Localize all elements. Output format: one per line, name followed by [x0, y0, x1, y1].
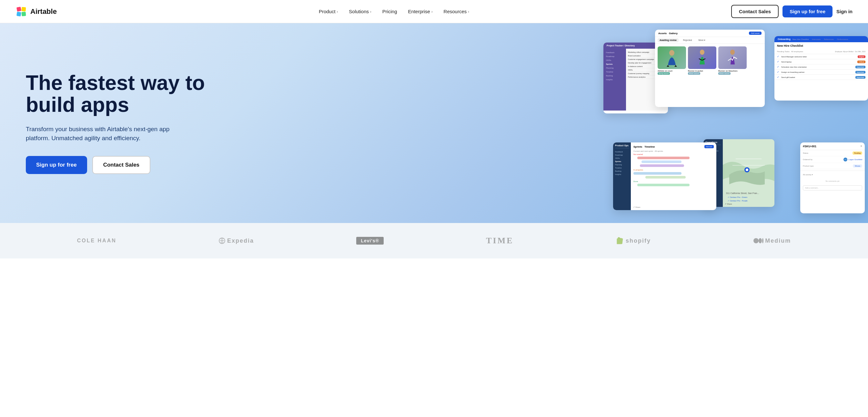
sprints-title: Sprints Timeline	[633, 145, 655, 148]
logos-section: COLE HAAN Expedia Levi's® TIME shopify M…	[0, 223, 868, 258]
check-icon: ✓	[777, 55, 779, 58]
nav-okrs: OKRs	[605, 58, 624, 62]
task-text: Assign on-boarding partner	[781, 71, 804, 73]
tab-rejected[interactable]: Rejected	[681, 38, 694, 42]
onboard-subtitle-label: Pending Tasks All employees	[777, 50, 803, 53]
nav-feedback: Feedback	[605, 50, 624, 55]
nav-enterprise[interactable]: Enterprise ›	[404, 6, 437, 17]
assets-grid: Athlete on court Spring season Runner in…	[655, 44, 765, 77]
logo-cole-haan: COLE HAAN	[77, 238, 117, 244]
medium-label: Medium	[765, 238, 791, 244]
sku-comment-input[interactable]: Add a comment...	[803, 185, 862, 190]
hero-buttons: Sign up for free Contact Sales	[26, 156, 207, 174]
asset-item: Runner in jacket Winter season	[688, 46, 716, 75]
share-label: ↗ Share	[633, 206, 641, 208]
gantt-bar	[637, 157, 689, 159]
task-badge: Critical	[857, 61, 865, 63]
sku-ordered-value: LG Logan Granfield	[843, 158, 862, 162]
map-area: 311 California Street, San Fran... ✓ Cen…	[723, 139, 774, 207]
asset-tag: Winter season	[688, 72, 700, 75]
contact-sales-button[interactable]: Contact Sales	[731, 5, 779, 18]
logo-shopify: shopify	[616, 237, 651, 245]
signin-button[interactable]: Sign in	[836, 9, 852, 14]
nav-backlog: Backlog	[605, 74, 624, 78]
assets-tabs: Awaiting review Rejected More ▾	[655, 37, 765, 44]
sprints-header: Sprints Timeline Add task	[633, 145, 714, 148]
sku-activity-label: All activity ▾	[803, 173, 862, 176]
map-svg: 311 California Street, San Fran... ✓ Cen…	[723, 139, 774, 207]
onboard-tab3: References	[824, 38, 834, 40]
onboard-task-row: ✓ Assign on-boarding partner Important	[774, 70, 868, 75]
onboard-task-row: ✓ Send laptop Critical	[774, 59, 868, 64]
assets-title: Assets Gallery	[658, 32, 678, 35]
assets-card-header: Assets Gallery Add asset	[655, 30, 765, 37]
sku-no-comments: No comments yet	[803, 177, 862, 185]
medium-icon	[753, 238, 764, 244]
svg-point-5	[700, 49, 704, 55]
close-icon[interactable]: ×	[860, 144, 862, 148]
tab-awaiting[interactable]: Awaiting review	[658, 38, 679, 42]
sku-card-header: #SKU-001 ×	[800, 142, 865, 150]
sprints-nav-okrs: OKRs	[615, 157, 629, 160]
nav-roadmap: Roadmap	[605, 55, 624, 58]
svg-rect-11	[733, 165, 765, 166]
brand-name: Airtable	[30, 7, 57, 16]
athlete-image	[665, 49, 678, 67]
asset-item: Runner on bleachers Winter season	[718, 46, 747, 75]
sku-comment-placeholder: Add a comment...	[805, 187, 819, 189]
asset-label: Athlete on court	[658, 70, 686, 72]
add-asset-button[interactable]: Add asset	[749, 32, 762, 35]
sprints-brand: Product Ops	[615, 144, 629, 148]
chevron-icon: ›	[468, 10, 469, 13]
nav-insights: Insights	[605, 78, 624, 81]
svg-point-20	[762, 238, 764, 243]
nav-resources[interactable]: Resources ›	[439, 6, 474, 17]
navbar: Airtable Product › Solutions › Pricing E…	[0, 0, 868, 23]
onboard-task-row: ✓ Send Manager welcome letter Urgent	[774, 54, 868, 59]
sku-status-row: Status Pending	[800, 150, 865, 156]
asset-tag: Winter season	[718, 72, 731, 75]
gantt-bar	[637, 184, 689, 186]
svg-point-18	[753, 238, 758, 243]
sprint-status-3: Done	[633, 180, 714, 182]
onboarding-card: Onboarding New Hire Checklist Interviews…	[774, 36, 868, 101]
task-badge: Important	[856, 66, 865, 68]
svg-rect-2	[17, 11, 21, 16]
svg-rect-0	[17, 6, 21, 11]
nav-product[interactable]: Product ›	[314, 6, 342, 17]
task-badge: Important	[856, 76, 865, 79]
stores-share-label: ↗ Share	[725, 203, 732, 205]
hero-signup-button[interactable]: Sign up for free	[26, 156, 87, 174]
svg-text:✓ Centaur Pro - Green: ✓ Centaur Pro - Green	[727, 196, 747, 198]
logo-link[interactable]: Airtable	[16, 6, 57, 18]
sprints-nav-feedback: Feedback	[615, 150, 629, 153]
chevron-icon: ›	[337, 10, 338, 13]
hero-screenshots: Project Tracker / Directory Feedback Roa…	[603, 30, 868, 216]
add-task-button[interactable]: Add task	[704, 145, 714, 148]
svg-text:✓ Centaur Pro - Purple: ✓ Centaur Pro - Purple	[727, 200, 748, 202]
nav-timeline: Timeline	[605, 70, 624, 74]
onboard-task-row: ✓ Schedule new-hire orientation Importan…	[774, 64, 868, 70]
nav-solutions[interactable]: Solutions ›	[344, 6, 376, 17]
sprint-status-1: Not started	[633, 153, 714, 155]
tab-more[interactable]: More ▾	[696, 38, 707, 42]
task-text: Send gift basket	[781, 76, 795, 78]
sprints-nav-sprints: Sprints	[615, 160, 629, 163]
task-text: Send Manager welcome letter	[781, 56, 807, 58]
sku-status-value: Pending	[852, 151, 862, 155]
logo-time: TIME	[486, 236, 514, 246]
runner2-image	[726, 49, 739, 67]
sku-producttype-label: Product type	[803, 165, 814, 167]
hero-contact-button[interactable]: Contact Sales	[92, 156, 150, 174]
signup-button[interactable]: Sign up for free	[782, 5, 833, 18]
svg-point-13	[746, 169, 748, 171]
nav-links: Product › Solutions › Pricing Enterprise…	[314, 6, 474, 17]
sprints-card: Product Ops Feedback Roadmap OKRs Sprint…	[613, 142, 716, 210]
sku-ordered-row: Ordered by LG Logan Granfield	[800, 156, 865, 163]
nav-pricing[interactable]: Pricing	[378, 6, 402, 17]
onboard-subtab: New Hire Checklist	[793, 38, 809, 40]
task-text: Send laptop	[781, 61, 792, 63]
sku-producttype-value: Shoes	[853, 164, 862, 168]
svg-rect-10	[736, 159, 762, 159]
sku-comments-area: All activity ▾ No comments yet Add a com…	[800, 171, 865, 193]
